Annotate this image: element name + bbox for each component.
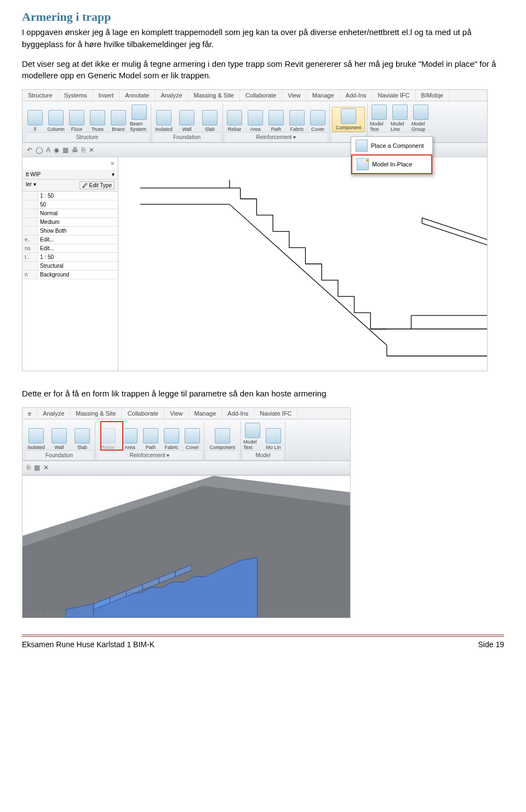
- property-row[interactable]: 50: [22, 200, 118, 209]
- ribbon-button[interactable]: Wall: [176, 110, 197, 132]
- ribbon-button[interactable]: Model Text: [243, 423, 262, 450]
- drawing-canvas[interactable]: [118, 157, 487, 371]
- ribbon-button[interactable]: Rebar: [225, 110, 244, 132]
- component-button-2[interactable]: Component: [207, 428, 238, 450]
- model-in-place-label: Model In-Place: [372, 161, 412, 168]
- edit-type-button[interactable]: 🖉 Edit Type: [79, 181, 115, 189]
- ribbon-button[interactable]: Cover: [308, 110, 327, 132]
- property-row[interactable]: Structural: [22, 262, 118, 270]
- ribbon-button[interactable]: Floor: [67, 110, 86, 132]
- ribbon-tab[interactable]: Massing & Site: [188, 90, 240, 101]
- ribbon-tab[interactable]: Naviate IFC: [373, 90, 416, 101]
- ribbon-button-icon: [268, 110, 284, 125]
- ribbon-button[interactable]: Truss: [88, 110, 107, 132]
- qat-icon[interactable]: ▦: [62, 146, 68, 154]
- qat-icon[interactable]: ⎘: [27, 464, 31, 471]
- ribbon-tab[interactable]: Add-Ins: [340, 90, 373, 101]
- ribbon-button[interactable]: Model Line: [391, 105, 409, 132]
- property-row[interactable]: Normal: [22, 209, 118, 218]
- ribbon-button[interactable]: Area: [246, 110, 265, 132]
- ribbon-button[interactable]: Brace: [109, 110, 128, 132]
- qat-icon[interactable]: ↶: [27, 146, 32, 154]
- component-button[interactable]: Component: [332, 107, 365, 132]
- screenshot-revit-ribbon: StructureSystemsInsertAnnotateAnalyzeMas…: [22, 89, 488, 371]
- ribbon-tab[interactable]: Add-Ins: [222, 408, 254, 419]
- component-icon: [341, 108, 356, 124]
- ribbon-tab[interactable]: Manage: [307, 90, 340, 101]
- ribbon-button-icon: [413, 105, 428, 120]
- ribbon-tab[interactable]: BIMobje: [416, 90, 449, 101]
- ribbon-button[interactable]: Slab: [72, 428, 93, 450]
- component-label: Component: [336, 125, 362, 130]
- ribbon-tab[interactable]: View: [282, 90, 307, 101]
- ribbon-tab[interactable]: e: [22, 408, 37, 419]
- qat-icon[interactable]: ✕: [43, 464, 49, 471]
- rebar-button: Rebar: [98, 428, 118, 450]
- ribbon-button-label: Fabric: [290, 126, 304, 132]
- ribbon-button[interactable]: Model Text: [370, 105, 388, 132]
- ribbon-button-icon: [392, 105, 408, 120]
- qat-icon[interactable]: A: [46, 146, 50, 154]
- properties-type-dropdown-icon[interactable]: ▾: [112, 171, 115, 177]
- stair-section-drawing: [118, 157, 487, 371]
- property-value: Edit...: [38, 244, 118, 252]
- ribbon-button[interactable]: Column: [47, 110, 65, 132]
- ribbon-tab[interactable]: Massing & Site: [70, 408, 122, 419]
- ribbon-tab[interactable]: Insert: [93, 90, 120, 101]
- property-row[interactable]: nsEdit...: [22, 244, 118, 253]
- ribbon-button[interactable]: Fabric: [162, 428, 181, 450]
- property-key: [22, 262, 38, 270]
- ribbon-button[interactable]: Fabric: [288, 110, 306, 132]
- stair-3d-drawing: [22, 476, 350, 618]
- place-component-item[interactable]: Place a Component: [351, 137, 432, 154]
- qat-icon[interactable]: ◯: [36, 146, 43, 154]
- screenshot-revit-rebar: eAnalyzeMassing & SiteCollaborateViewMan…: [22, 407, 351, 618]
- drawing-canvas-2[interactable]: [22, 475, 350, 618]
- ribbon-tab[interactable]: Structure: [22, 90, 59, 101]
- qat-icon[interactable]: ⎘: [82, 146, 85, 154]
- property-row[interactable]: Medium: [22, 218, 118, 227]
- ribbon-tab[interactable]: View: [164, 408, 189, 419]
- ribbon-tab[interactable]: Naviate IFC: [254, 408, 298, 419]
- ribbon-button[interactable]: Isolated: [26, 428, 47, 450]
- ribbon-button[interactable]: ll: [26, 110, 44, 132]
- ribbon-tab[interactable]: Systems: [59, 90, 93, 101]
- property-row[interactable]: 1 : 50: [22, 192, 118, 200]
- qat-icon[interactable]: 🖶: [72, 146, 78, 154]
- property-value: 50: [38, 200, 118, 209]
- ribbon-tab[interactable]: Annotate: [119, 90, 155, 101]
- paragraph-2: Det viser seg at det ikke er mulig å teg…: [22, 58, 504, 82]
- ribbon-button[interactable]: Cover: [183, 428, 202, 450]
- ribbon-button[interactable]: Slab: [199, 110, 220, 132]
- ribbon-button-icon: [202, 110, 218, 125]
- ribbon-button-label: Cover: [186, 445, 199, 450]
- property-row[interactable]: e..Edit...: [22, 235, 118, 244]
- qat-icon[interactable]: ◉: [54, 146, 59, 154]
- ribbon-group-component-2: Component: [204, 422, 241, 460]
- ribbon-button[interactable]: Isolated: [153, 110, 174, 132]
- property-row[interactable]: nBackground: [22, 270, 118, 279]
- ribbon-button[interactable]: Beam System: [130, 105, 148, 132]
- ribbon-tab[interactable]: Collaborate: [122, 408, 164, 419]
- ribbon-button[interactable]: Area: [121, 428, 139, 450]
- ribbon: llColumnFloorTrussBraceBeam System Struc…: [22, 101, 487, 143]
- ribbon-tab[interactable]: Analyze: [155, 90, 188, 101]
- property-row[interactable]: Show Both: [22, 227, 118, 235]
- ribbon-button-icon: [289, 110, 305, 125]
- ribbon-button[interactable]: Mo Lin: [264, 428, 283, 450]
- qat-icon[interactable]: ▦: [34, 464, 40, 471]
- qat-icon[interactable]: ✕: [89, 146, 94, 154]
- ribbon-button[interactable]: Path: [267, 110, 285, 132]
- property-row[interactable]: t..1 : 50: [22, 253, 118, 262]
- ribbon-2: IsolatedWallSlab Foundation RebarAreaPat…: [22, 419, 350, 461]
- ribbon-tab[interactable]: Analyze: [37, 408, 70, 419]
- ribbon-tab[interactable]: Manage: [189, 408, 222, 419]
- ribbon-tab[interactable]: Collaborate: [240, 90, 282, 101]
- ribbon-button[interactable]: Path: [141, 428, 160, 450]
- ribbon-button-label: Wall: [54, 445, 64, 450]
- component-dropdown: Place a Component ✦ Model In-Place: [351, 136, 433, 175]
- model-in-place-item[interactable]: ✦ Model In-Place: [351, 154, 432, 174]
- ribbon-button[interactable]: Wall: [49, 428, 70, 450]
- close-panel-icon[interactable]: ×: [22, 157, 118, 170]
- ribbon-button[interactable]: Model Group: [411, 105, 430, 132]
